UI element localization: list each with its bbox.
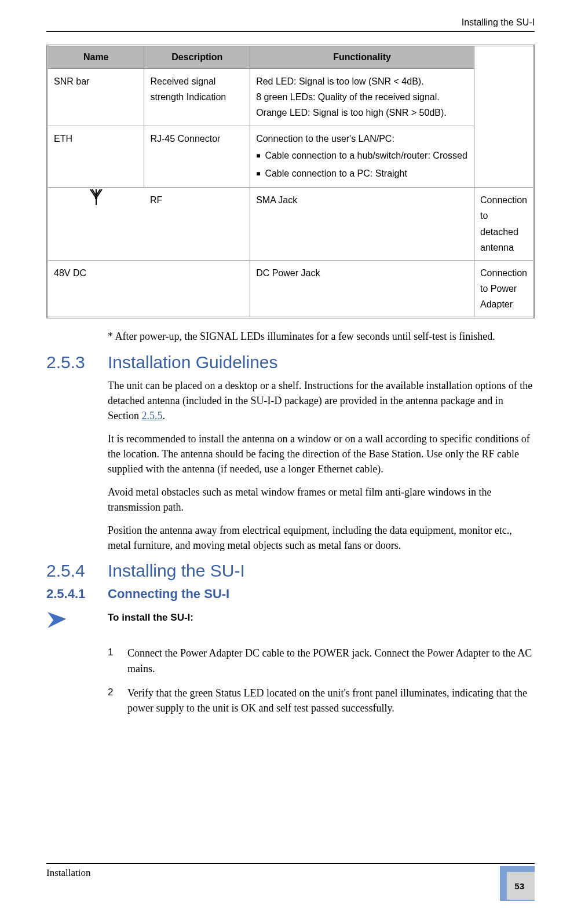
procedure-step: Verify that the green Status LED located… (108, 685, 535, 716)
svg-marker-2 (49, 613, 65, 627)
body-paragraph: The unit can be placed on a desktop or a… (108, 378, 535, 423)
table-row: RF SMA Jack Connection to detached anten… (47, 188, 534, 261)
cell-func: Connection to the user's LAN/PC: Cable c… (250, 126, 474, 188)
subsection-number: 2.5.4.1 (46, 586, 108, 602)
procedure-label: To install the SU-I: (108, 608, 193, 624)
cell-func: Connection to Power Adapter (474, 260, 534, 318)
body-paragraph: It is recommended to install the antenna… (108, 431, 535, 476)
th-desc: Description (144, 46, 250, 69)
th-name: Name (47, 46, 144, 69)
section-number: 2.5.3 (46, 353, 108, 372)
section-title: Installing the SU-I (108, 561, 245, 581)
subsection-title: Connecting the SU-I (108, 586, 229, 602)
cell-desc: RJ-45 Connector (144, 126, 250, 188)
cell-func: Connection to detached antenna (474, 188, 534, 261)
footnote-text: * After power-up, the SIGNAL LEDs illumi… (108, 329, 535, 344)
func-intro: Connection to the user's LAN/PC: (256, 131, 468, 146)
section-title: Installation Guidelines (108, 353, 278, 372)
procedure-arrow-icon (46, 608, 108, 634)
text-run: The unit can be placed on a desktop or a… (108, 380, 532, 421)
cell-name: SNR bar (47, 69, 144, 126)
antenna-icon-cell (47, 188, 144, 261)
page-footer: Installation 53 (46, 863, 535, 901)
func-line: Orange LED: Signal is too high (SNR > 50… (256, 105, 468, 120)
cell-desc: Received signal strength Indication (144, 69, 250, 126)
body-paragraph: Position the antenna away from electrica… (108, 523, 535, 553)
table-row: ETH RJ-45 Connector Connection to the us… (47, 126, 534, 188)
svg-point-0 (95, 197, 97, 199)
body-paragraph: Avoid metal obstacles such as metal wind… (108, 485, 535, 515)
cell-desc: DC Power Jack (250, 260, 474, 318)
text-run: . (163, 410, 166, 421)
section-number: 2.5.4 (46, 561, 108, 581)
page-number: 53 (514, 881, 524, 891)
procedure-step: Connect the Power Adapter DC cable to th… (108, 646, 535, 676)
footer-chapter: Installation (46, 866, 90, 879)
header-section-title: Installing the SU-I (46, 17, 535, 32)
th-func: Functionality (250, 46, 474, 69)
func-bullet: Cable connection to a hub/switch/router:… (256, 146, 468, 164)
connector-table: Name Description Functionality SNR bar R… (46, 45, 535, 318)
func-line: Red LED: Signal is too low (SNR < 4dB). (256, 74, 468, 89)
func-line: 8 green LEDs: Quality of the received si… (256, 89, 468, 105)
cell-desc: SMA Jack (250, 188, 474, 261)
cross-reference-link[interactable]: 2.5.5 (142, 410, 163, 421)
cell-name: ETH (47, 126, 144, 188)
cell-name: RF (144, 188, 250, 261)
table-row: 48V DC DC Power Jack Connection to Power… (47, 260, 534, 318)
cell-name: 48V DC (47, 260, 250, 318)
cell-func: Red LED: Signal is too low (SNR < 4dB). … (250, 69, 474, 126)
antenna-icon (88, 188, 104, 206)
table-row: SNR bar Received signal strength Indicat… (47, 69, 534, 126)
func-bullet: Cable connection to a PC: Straight (256, 164, 468, 182)
